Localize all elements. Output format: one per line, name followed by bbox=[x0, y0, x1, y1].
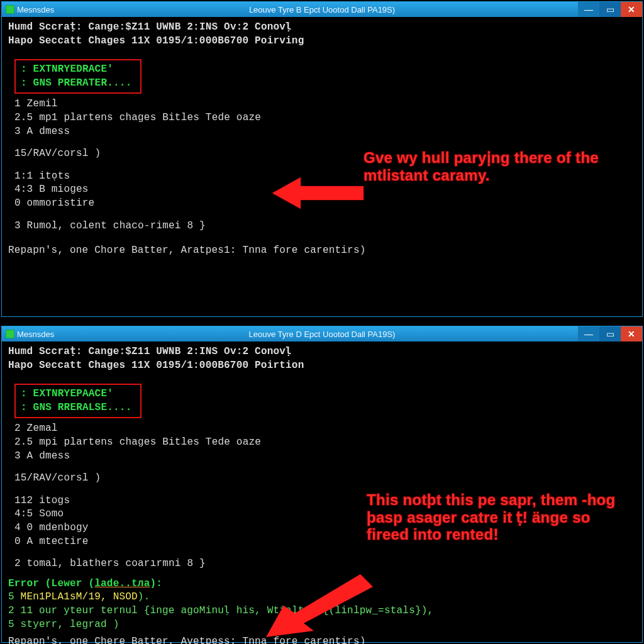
app-name: Mesnsdes bbox=[17, 5, 54, 14]
terminal-window-top: Mesnsdes Leouve Tyre B Epct Uootod Dall … bbox=[1, 1, 643, 317]
error-heading: Error (Lewer (lade..tла): bbox=[8, 577, 636, 591]
app-icon bbox=[6, 330, 14, 338]
titlebar[interactable]: Mesnsdes Leouve Tyre B Epct Uootod Dall … bbox=[2, 2, 642, 17]
app-icon bbox=[6, 5, 14, 14]
header-line: Humd Sccraṭ: Cange:$Z11 UWNB 2:INS Ov:2 … bbox=[8, 21, 636, 35]
box-line: : GNS PRERATER.... bbox=[21, 77, 131, 91]
term-line: 3 A dmess bbox=[14, 125, 636, 139]
highlight-box: : EXTNRYEPAACE' : GNS RRERALSE.... bbox=[14, 384, 142, 418]
error-body: 5 MEn1PLA1sM/19, NSOD). 2 11 our yteur t… bbox=[8, 591, 636, 631]
term-line: 15/RAV/corsl ) bbox=[14, 472, 636, 486]
window-title: Leouve Tyre B Epct Uootod Dall PA19S) bbox=[2, 5, 642, 14]
box-line: : GNS RRERALSE.... bbox=[21, 401, 131, 415]
annotation-text: Gve wy hull paryịng there of the mtlista… bbox=[364, 149, 602, 184]
titlebar[interactable]: Mesnsdes Leouve Tyre D Epct Uootod Dall … bbox=[2, 326, 642, 341]
header-line: Hapo Seccatt Chages 11X 0195/1:000B6700 … bbox=[8, 359, 636, 373]
footer-line: Repapn's, one Chere Batter, Avetpess: Tn… bbox=[8, 635, 636, 644]
term-line: 1 Zemil bbox=[14, 97, 636, 111]
highlight-box: : EXTNRYEDRACE' : GNS PRERATER.... bbox=[14, 59, 142, 94]
app-name: Mesnsdes bbox=[17, 330, 54, 339]
maximize-button[interactable]: ▭ bbox=[599, 2, 621, 17]
term-line: 0 ommoristire bbox=[14, 197, 636, 211]
minimize-button[interactable]: — bbox=[578, 2, 599, 17]
term-line: 2.5 mp1 plartens chages Bitles Tede oaze bbox=[14, 111, 636, 125]
close-button[interactable]: ✕ bbox=[621, 2, 642, 17]
header-line: Humd Sccraṭ: Cange:$Z11 UWNB 2:INS Ov:2 … bbox=[8, 345, 636, 359]
maximize-button[interactable]: ▭ bbox=[599, 326, 621, 341]
term-line: 3 A dmess bbox=[14, 450, 636, 464]
term-line: 2.5 mpi plartens chages Bitles Tede oaze bbox=[14, 436, 636, 450]
close-button[interactable]: ✕ bbox=[621, 326, 642, 341]
header-line: Hapo Seccatt Chages 11X 0195/1:000B6700 … bbox=[8, 35, 636, 48]
terminal-body[interactable]: Humd Sccraṭ: Cange:$Z11 UWNB 2:INS Ov:2 … bbox=[2, 341, 642, 642]
term-line: 3 Rumol, colent chaco-rimei 8 } bbox=[14, 219, 636, 233]
footer-line: Repapn's, one Chore Batter, Aratpes1: Tn… bbox=[8, 244, 636, 258]
minimize-button[interactable]: — bbox=[578, 326, 599, 341]
term-line: 2 tomal, blathers coarırmni 8 } bbox=[14, 557, 636, 571]
terminal-body[interactable]: Humd Sccraṭ: Cange:$Z11 UWNB 2:INS Ov:2 … bbox=[2, 17, 642, 316]
term-line: 4:3 B mioges bbox=[14, 183, 636, 197]
box-line: : EXTNRYEDRACE' bbox=[21, 63, 131, 77]
term-line: 2 Zemal bbox=[14, 422, 636, 436]
box-line: : EXTNRYEPAACE' bbox=[21, 387, 131, 401]
window-title: Leouve Tyre D Epct Uootod Dall PA19S) bbox=[2, 330, 642, 339]
terminal-window-bottom: Mesnsdes Leouve Tyre D Epct Uootod Dall … bbox=[1, 326, 643, 643]
annotation-text: This notþt this pe sapr, them -hog þasp … bbox=[367, 491, 625, 543]
